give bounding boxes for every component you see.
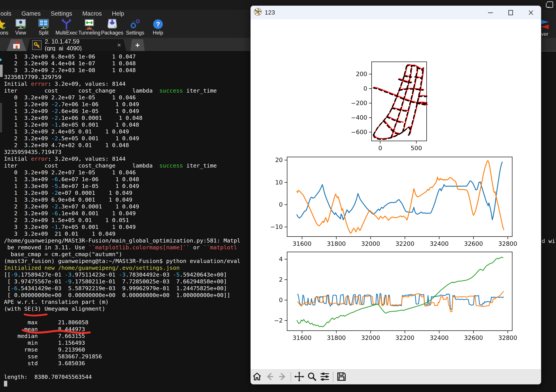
terminal-line: 1 3.2e+09 2.4e+05 0.01 1 0.049 <box>4 128 252 135</box>
toolbar-item-help[interactable]: ?Help <box>147 18 170 38</box>
tab-home[interactable] <box>7 39 26 51</box>
split-icon <box>38 18 49 30</box>
toolbar-item-split[interactable]: Split <box>32 18 55 38</box>
toolbar-item-multiexec[interactable]: MultiExec <box>55 18 78 38</box>
window-close-button[interactable] <box>521 6 541 19</box>
pan-button[interactable] <box>293 371 306 384</box>
toolbar-item-sessions[interactable]: sions <box>0 18 9 38</box>
sidebar-collapsed-arrow-icon[interactable] <box>0 58 2 61</box>
data-series <box>297 257 503 327</box>
terminal-line: /home/guanweipeng/MASt3R-Fusion/main_glo… <box>4 237 252 244</box>
save-button[interactable] <box>335 371 348 384</box>
save-icon <box>336 372 347 383</box>
menu-item-help[interactable]: Help <box>107 10 129 17</box>
zoom-button[interactable] <box>306 371 318 384</box>
tab-close-icon[interactable]: × <box>117 41 121 49</box>
data-series <box>392 108 408 111</box>
toolbar-item-label: Packages <box>101 30 123 36</box>
y-tick-label: 200 <box>356 71 367 77</box>
terminal[interactable]: 1 3.2e+09 6.8e+05 1e-06 1 0.047 2 3.2e+0… <box>0 51 252 392</box>
terminal-line <box>4 380 252 387</box>
data-series <box>297 162 502 220</box>
terminal-line: 3235959435.719473 <box>4 149 252 155</box>
help-icon: ? <box>152 18 164 30</box>
terminal-line: 1 3.3e+09 -5.8e+07 1e-05 1 0.049 <box>4 183 252 189</box>
window-minimize-button[interactable] <box>480 6 501 19</box>
terminal-line: Initial error: 3.2e+09, values: 8144 <box>4 155 252 162</box>
menu-item-ools[interactable]: ools <box>0 10 16 17</box>
figure-toolbar <box>251 369 541 384</box>
packages-icon <box>107 18 118 30</box>
forward-icon <box>278 372 288 383</box>
y-tick-label: 0 <box>363 85 367 92</box>
x-tick-label: 31800 <box>327 334 346 341</box>
terminal-line: Initial error: 3.2e+09, values: 8144 <box>4 81 252 87</box>
system-restore-icon[interactable] <box>547 1 553 8</box>
y-tick-label: −10 <box>270 223 283 230</box>
figure-canvas[interactable]: 05002000−200−400−60031600318003200032200… <box>251 6 541 384</box>
terminal-line <box>4 312 252 319</box>
data-series <box>374 65 408 135</box>
data-series <box>297 160 504 233</box>
terminal-line: 2 3.2e+09 -2.3e+07 0.0001 1 0.049 <box>4 203 252 210</box>
plot-error-top: 3160031800320003220032400326003280020100… <box>270 157 517 247</box>
terminal-line: [ 3.97475567e-01 -9.17580211e-01 7.72850… <box>4 278 252 285</box>
menu-item-games[interactable]: Games <box>16 10 46 17</box>
back-icon <box>265 372 275 383</box>
terminal-line: mean 8.444973 <box>4 326 252 333</box>
x-tick-label: 32400 <box>430 334 449 341</box>
terminal-line: median 7.663155 <box>4 333 252 339</box>
menu-item-settings[interactable]: Settings <box>46 10 77 17</box>
menu-item-macros[interactable]: Macros <box>77 10 107 17</box>
terminal-line: base_cmap = cm.get_cmap("autumn") <box>4 251 252 258</box>
x-tick-label: 32800 <box>498 240 517 247</box>
configure-subplots-button[interactable] <box>318 371 331 384</box>
toolbar-item-label: View <box>15 30 26 36</box>
toolbar-item-label: Settings <box>126 30 144 36</box>
toolbar-item-label: Help <box>153 30 163 36</box>
x-tick-label: 32800 <box>498 334 517 341</box>
terminal-line <box>4 367 252 374</box>
window-maximize-button[interactable] <box>501 6 521 19</box>
x-tick-label: 31600 <box>293 334 312 341</box>
terminal-line: 0 3.2e+09 2.2e+07 1e-05 1 0.046 <box>4 94 252 101</box>
data-series <box>373 65 407 135</box>
y-tick-label: 0 <box>279 201 283 208</box>
home-button[interactable] <box>251 371 263 384</box>
x-tick-label: 32200 <box>395 334 414 341</box>
terminal-line: iter cost cost_change lambda success ite… <box>4 87 252 94</box>
terminal-line: Initialized new /home/guanweipeng/.evo/s… <box>4 264 252 271</box>
toolbar-item-settings[interactable]: Settings <box>124 18 147 38</box>
terminal-line: 1 3.2e+09 6.8e+05 1e-06 1 0.047 <box>4 53 252 60</box>
terminal-line: (with SE(3) Umeyama alignment) <box>4 305 252 312</box>
x-tick-label: 32600 <box>464 334 483 341</box>
y-tick-label: −2 <box>274 317 283 324</box>
terminal-line: 1 3.2e+09 -2.6e+06 1e-05 1 0.049 <box>4 108 252 114</box>
data-series <box>387 116 403 122</box>
toolbar-separator <box>333 372 333 382</box>
toolbar-item-packages[interactable]: Packages <box>101 18 124 38</box>
terminal-line: 2 3.2e+09 4.4e+04 1e-07 1 0.048 <box>4 60 252 67</box>
terminal-line: 2 3.2e+09 4.7e+02 0.01 1 0.048 <box>4 142 252 149</box>
x-tick-label: 0 <box>378 145 382 151</box>
sidebar-collapsed-handle[interactable] <box>0 65 3 77</box>
terminal-line: 1 3.2e+09 -2.1e+06 0.0001 1 0.048 <box>4 114 252 121</box>
sidebar-collapsed-handle2[interactable] <box>0 103 2 132</box>
data-series <box>387 117 403 123</box>
toolbar-item-tunneling[interactable]: Tunneling <box>78 18 101 38</box>
y-tick-label: 0 <box>279 297 283 303</box>
terminal-line: [-6.54341429e-03 5.58792219e-03 9.999629… <box>4 285 252 292</box>
settings-icon <box>129 18 141 30</box>
figure-window: 05002000−200−400−60031600318003200032200… <box>250 6 541 384</box>
multiexec-icon <box>61 18 72 30</box>
toolbar-item-view[interactable]: View <box>9 18 32 38</box>
back-button[interactable] <box>263 371 276 384</box>
y-tick-label: 10 <box>275 179 283 186</box>
tab-session-active[interactable]: 2. 10.1.47.59 (grg_ai_4090) × <box>27 39 126 51</box>
y-tick-label: 20 <box>275 157 283 163</box>
terminal-line: 3235817799.329759 <box>4 74 252 81</box>
terminal-line: iter cost cost_change lambda success ite… <box>4 162 252 169</box>
toolbar-item-label: Tunneling <box>78 30 100 36</box>
new-tab-button[interactable]: + <box>130 39 145 51</box>
forward-button[interactable] <box>276 371 289 384</box>
